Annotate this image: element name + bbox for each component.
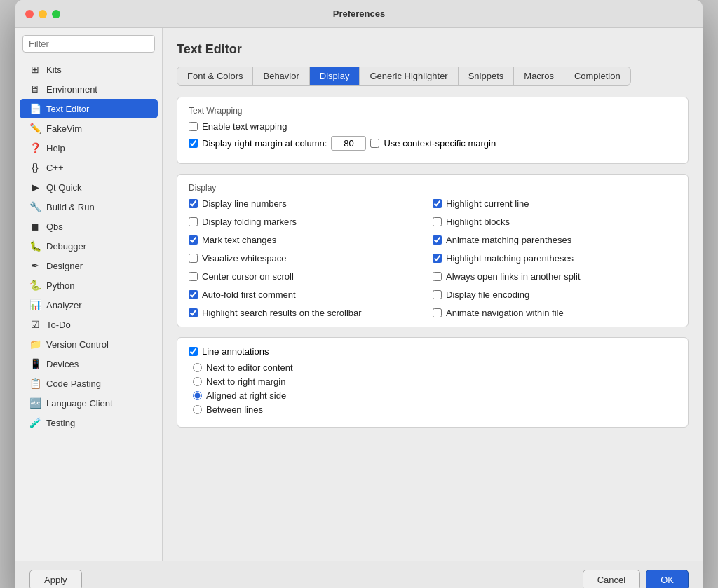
tab-display[interactable]: Display (310, 67, 360, 85)
display-file-encoding-label[interactable]: Display file encoding (446, 289, 529, 300)
display-file-encoding-checkbox[interactable] (433, 290, 442, 299)
highlight-scrollbar-checkbox[interactable] (189, 308, 198, 317)
sidebar-item-label: Qt Quick (46, 182, 82, 193)
visualize-whitespace-checkbox[interactable] (189, 254, 198, 263)
ok-button[interactable]: OK (646, 570, 689, 588)
auto-fold-label[interactable]: Auto-fold first comment (202, 289, 296, 300)
auto-fold-checkbox[interactable] (189, 290, 198, 299)
animate-navigation-row: Animate navigation within file (433, 308, 677, 318)
radio-next-to-right-margin-input[interactable] (193, 377, 202, 386)
display-options-grid: Display line numbers Display folding mar… (189, 198, 677, 318)
tab-completion[interactable]: Completion (564, 67, 630, 85)
sidebar-item-code-pasting[interactable]: 📋 Code Pasting (20, 374, 158, 393)
center-cursor-checkbox[interactable] (189, 272, 198, 281)
line-numbers-label[interactable]: Display line numbers (202, 198, 287, 209)
filter-input[interactable] (22, 35, 155, 53)
minimize-button[interactable] (39, 10, 47, 18)
kits-icon: ⊞ (29, 64, 41, 75)
todo-icon: ☑ (29, 319, 41, 330)
sidebar-item-qtquick[interactable]: ▶ Qt Quick (20, 177, 158, 197)
highlight-parentheses-checkbox[interactable] (433, 254, 442, 263)
radio-next-to-editor-label[interactable]: Next to editor content (206, 362, 293, 373)
radio-between-lines-label[interactable]: Between lines (206, 404, 263, 415)
sidebar-item-designer[interactable]: ✒ Designer (20, 256, 158, 275)
sidebar-item-label: C++ (46, 163, 64, 173)
sidebar-item-kits[interactable]: ⊞ Kits (20, 60, 158, 79)
radio-between-lines-input[interactable] (193, 405, 202, 414)
tab-behavior[interactable]: Behavior (253, 67, 309, 85)
highlight-blocks-row: Highlight blocks (433, 217, 677, 227)
radio-aligned-right-side-label[interactable]: Aligned at right side (206, 390, 286, 401)
center-cursor-label[interactable]: Center cursor on scroll (202, 271, 294, 282)
display-right-margin-checkbox[interactable] (189, 139, 198, 148)
folding-markers-checkbox[interactable] (189, 217, 198, 226)
highlight-scrollbar-label[interactable]: Highlight search results on the scrollba… (202, 308, 362, 318)
radio-next-to-editor-input[interactable] (193, 363, 202, 372)
sidebar-item-qbs[interactable]: ◼ Qbs (20, 217, 158, 236)
highlight-current-line-checkbox[interactable] (433, 199, 442, 208)
debugger-icon: 🐛 (29, 240, 41, 252)
maximize-button[interactable] (52, 10, 60, 18)
sidebar-item-python[interactable]: 🐍 Python (20, 275, 158, 295)
traffic-lights (25, 10, 60, 18)
text-wrapping-section: Text Wrapping Enable text wrapping Displ… (177, 97, 689, 164)
enable-text-wrapping-label[interactable]: Enable text wrapping (202, 121, 287, 132)
always-open-split-checkbox[interactable] (433, 272, 442, 281)
highlight-blocks-checkbox[interactable] (433, 217, 442, 226)
build-run-icon: 🔧 (29, 201, 41, 212)
tab-snippets[interactable]: Snippets (459, 67, 515, 85)
use-context-margin-label[interactable]: Use context-specific margin (384, 138, 496, 149)
sidebar-item-fakevim[interactable]: ✏️ FakeVim (20, 118, 158, 138)
tab-generic-highlighter[interactable]: Generic Highlighter (360, 67, 458, 85)
sidebar-item-text-editor[interactable]: 📄 Text Editor (20, 99, 158, 118)
display-right-margin-label[interactable]: Display right margin at column: (202, 138, 327, 149)
tab-macros[interactable]: Macros (514, 67, 564, 85)
sidebar-item-testing[interactable]: 🧪 Testing (20, 413, 158, 432)
sidebar-item-todo[interactable]: ☑ To-Do (20, 315, 158, 334)
mark-text-changes-label[interactable]: Mark text changes (202, 235, 276, 245)
animate-parentheses-label[interactable]: Animate matching parentheses (446, 235, 571, 245)
folding-markers-row: Display folding markers (189, 217, 433, 227)
sidebar-item-help[interactable]: ❓ Help (20, 138, 158, 158)
page-title: Text Editor (177, 42, 689, 57)
sidebar-item-build-run[interactable]: 🔧 Build & Run (20, 197, 158, 217)
line-annotations-label[interactable]: Line annotations (202, 346, 269, 357)
animate-navigation-label[interactable]: Animate navigation within file (446, 308, 564, 318)
sidebar-item-label: Analyzer (46, 300, 82, 310)
tab-font-colors[interactable]: Font & Colors (177, 67, 253, 85)
highlight-current-line-label[interactable]: Highlight current line (446, 198, 529, 209)
animate-parentheses-checkbox[interactable] (433, 235, 442, 245)
always-open-split-label[interactable]: Always open links in another split (446, 271, 581, 282)
sidebar-item-language-client[interactable]: 🔤 Language Client (20, 393, 158, 413)
analyzer-icon: 📊 (29, 299, 41, 310)
radio-aligned-right-side-input[interactable] (193, 391, 202, 400)
sidebar-item-debugger[interactable]: 🐛 Debugger (20, 236, 158, 256)
mark-text-changes-checkbox[interactable] (189, 235, 198, 245)
sidebar-item-cpp[interactable]: {} C++ (20, 158, 158, 177)
visualize-whitespace-label[interactable]: Visualize whitespace (202, 253, 286, 264)
environment-icon: 🖥 (29, 83, 41, 95)
sidebar-item-analyzer[interactable]: 📊 Analyzer (20, 295, 158, 315)
highlight-parentheses-row: Highlight matching parentheses (433, 253, 677, 264)
version-control-icon: 📁 (29, 339, 41, 350)
sidebar-item-devices[interactable]: 📱 Devices (20, 354, 158, 374)
radio-between-lines: Between lines (193, 404, 677, 415)
highlight-parentheses-label[interactable]: Highlight matching parentheses (446, 253, 574, 264)
use-context-margin-checkbox[interactable] (370, 139, 379, 148)
animate-navigation-checkbox[interactable] (433, 308, 442, 317)
enable-text-wrapping-checkbox[interactable] (189, 122, 198, 131)
close-button[interactable] (25, 10, 34, 18)
sidebar-item-version-control[interactable]: 📁 Version Control (20, 334, 158, 354)
line-annotations-toggle[interactable] (189, 347, 198, 356)
column-spinbox[interactable]: 80 (331, 136, 366, 151)
cancel-button[interactable]: Cancel (583, 570, 640, 588)
folding-markers-label[interactable]: Display folding markers (202, 217, 297, 227)
highlight-blocks-label[interactable]: Highlight blocks (446, 217, 510, 227)
sidebar-item-label: To-Do (46, 320, 71, 330)
radio-next-to-right-margin-label[interactable]: Next to right margin (206, 376, 285, 387)
line-numbers-checkbox[interactable] (189, 199, 198, 208)
apply-button[interactable]: Apply (29, 570, 82, 588)
auto-fold-row: Auto-fold first comment (189, 289, 433, 300)
sidebar-item-environment[interactable]: 🖥 Environment (20, 79, 158, 99)
highlight-current-line-row: Highlight current line (433, 198, 677, 209)
